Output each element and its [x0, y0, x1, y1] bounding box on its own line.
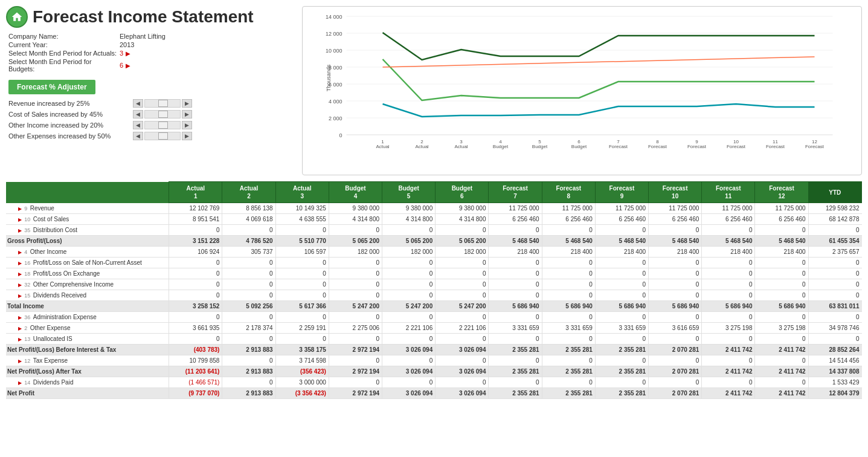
- row-value-cell: 14 514 456: [808, 355, 861, 366]
- slider-left-cos[interactable]: ◀: [133, 110, 143, 118]
- svg-text:Thousands: Thousands: [326, 64, 332, 91]
- slider-right-revenue[interactable]: ▶: [182, 99, 192, 108]
- row-value-cell: 11 725 000: [595, 203, 648, 214]
- row-value-cell: 0: [275, 334, 329, 345]
- row-value-cell: 2 355 281: [489, 345, 542, 355]
- row-value-cell: 0: [436, 334, 489, 345]
- row-value-cell: 0: [489, 355, 542, 366]
- row-value-cell: 129 598 232: [808, 203, 861, 214]
- row-value-cell: 5 468 540: [542, 236, 595, 247]
- slider-left-revenue[interactable]: ◀: [133, 99, 143, 108]
- row-value-cell: 182 000: [436, 247, 489, 258]
- row-value-cell: 0: [489, 334, 542, 345]
- th-forecast-12: Forecast12: [755, 182, 808, 203]
- row-value-cell: 5 686 940: [649, 301, 702, 312]
- slider-left-other-expenses[interactable]: ◀: [133, 132, 143, 140]
- row-value-cell: 0: [436, 258, 489, 268]
- row-value-cell: 0: [275, 258, 329, 268]
- row-label: ▶ 4 Other Income: [6, 247, 169, 258]
- row-value-cell: 3 331 659: [595, 323, 648, 334]
- row-value-cell: 0: [275, 225, 329, 236]
- row-value-cell: 0: [755, 279, 808, 290]
- slider-right-other-income[interactable]: ▶: [182, 121, 192, 129]
- row-value-cell: 9 380 000: [436, 203, 489, 214]
- row-value-cell: 0: [436, 279, 489, 290]
- slider-left-other-income[interactable]: ◀: [133, 121, 143, 129]
- row-value-cell: 2 275 006: [329, 323, 382, 334]
- svg-text:12 000: 12 000: [326, 31, 342, 37]
- adjuster-label-other-income: Other Income increased by 20%: [8, 122, 129, 129]
- slider-control-revenue[interactable]: ◀ ▶: [133, 99, 192, 108]
- row-value-cell: 0: [649, 225, 702, 236]
- row-value-cell: 0: [436, 225, 489, 236]
- slider-right-other-expenses[interactable]: ▶: [182, 132, 192, 140]
- table-row: ▶ 18 Profit/Loss On Exchange000000000000…: [6, 268, 862, 279]
- row-value-cell: 0: [649, 279, 702, 290]
- svg-text:Actual: Actual: [454, 144, 468, 149]
- row-value-cell: 0: [329, 268, 382, 279]
- row-value-cell: 0: [489, 258, 542, 268]
- slider-track-revenue[interactable]: [144, 99, 181, 108]
- table-row: ▶ 35 Distribution Cost0000000000000: [6, 225, 862, 236]
- slider-track-other-expenses[interactable]: [144, 132, 181, 140]
- row-value-cell: 2 355 281: [542, 345, 595, 355]
- adjuster-label-revenue: Revenue increased by 25%: [8, 100, 129, 107]
- company-name-value: Elephant Lifting: [120, 33, 296, 40]
- row-value-cell: 61 455 354: [808, 236, 861, 247]
- row-value-cell: 2 375 657: [808, 247, 861, 258]
- row-value-cell: 34 978 746: [808, 323, 861, 334]
- row-value-cell: 0: [702, 334, 755, 345]
- row-arrow-icon: ▶: [18, 358, 23, 364]
- row-value-cell: 0: [595, 334, 648, 345]
- row-value-cell: 2 972 194: [329, 345, 382, 355]
- table-row: Total Income3 258 1525 092 2565 617 3665…: [6, 301, 862, 312]
- row-value-cell: 0: [329, 258, 382, 268]
- row-value-cell: (356 423): [275, 366, 329, 377]
- row-arrow-icon: ▶: [18, 228, 23, 233]
- adjuster-section: Forecast % Adjuster Revenue increased by…: [8, 80, 296, 140]
- row-arrow-icon: ▶: [18, 380, 23, 386]
- row-label: ▶ 10 Cost of Sales: [6, 214, 169, 225]
- home-icon[interactable]: [6, 6, 28, 28]
- row-value-cell: (1 466 571): [169, 377, 222, 388]
- slider-track-cos[interactable]: [144, 110, 181, 118]
- slider-track-other-income[interactable]: [144, 121, 181, 129]
- row-value-cell: 0: [649, 290, 702, 301]
- row-value-cell: 0: [169, 268, 222, 279]
- row-value-cell: 0: [649, 377, 702, 388]
- row-value-cell: 8 951 541: [169, 214, 222, 225]
- th-forecast-11: Forecast11: [702, 182, 755, 203]
- row-value-cell: 0: [382, 312, 436, 323]
- row-value-cell: 0: [542, 355, 595, 366]
- th-forecast-8: Forecast8: [542, 182, 595, 203]
- row-value-cell: 0: [542, 334, 595, 345]
- row-value-cell: 0: [702, 377, 755, 388]
- row-value-cell: 3 026 094: [382, 366, 436, 377]
- slider-right-cos[interactable]: ▶: [182, 110, 192, 118]
- adjuster-rows: Revenue increased by 25% ◀ ▶ Cost of Sal…: [8, 99, 296, 140]
- row-value-cell: 0: [436, 355, 489, 366]
- row-label: ▶ 15 Dividends Received: [6, 290, 169, 301]
- chart-area: 14 000 12 000 10 000 8 000 6 000 4 000 2…: [302, 6, 862, 175]
- row-value-cell: 5 065 200: [382, 236, 436, 247]
- app-title-bar: Forecast Income Statement: [6, 6, 296, 28]
- th-forecast-9: Forecast9: [595, 182, 648, 203]
- row-value-cell: 4 314 800: [436, 214, 489, 225]
- row-value-cell: 0: [169, 279, 222, 290]
- forecast-adjuster-button[interactable]: Forecast % Adjuster: [8, 80, 95, 94]
- row-value-cell: 182 000: [382, 247, 436, 258]
- slider-control-other-income[interactable]: ◀ ▶: [133, 121, 192, 129]
- table-row: ▶ 16 Profit/Loss on Sale of Non-Current …: [6, 258, 862, 268]
- row-value-cell: 0: [808, 268, 861, 279]
- row-value-cell: 0: [329, 290, 382, 301]
- row-label: ▶ 2 Other Expense: [6, 323, 169, 334]
- slider-control-other-expenses[interactable]: ◀ ▶: [133, 132, 192, 140]
- slider-control-cos[interactable]: ◀ ▶: [133, 110, 192, 118]
- row-value-cell: 5 468 540: [702, 236, 755, 247]
- table-row: Gross Profit/(Loss)3 151 2284 786 5205 5…: [6, 236, 862, 247]
- row-value-cell: 0: [489, 279, 542, 290]
- row-value-cell: 0: [755, 312, 808, 323]
- row-value-cell: 0: [169, 312, 222, 323]
- row-value-cell: 2 221 106: [436, 323, 489, 334]
- row-value-cell: 5 468 540: [649, 236, 702, 247]
